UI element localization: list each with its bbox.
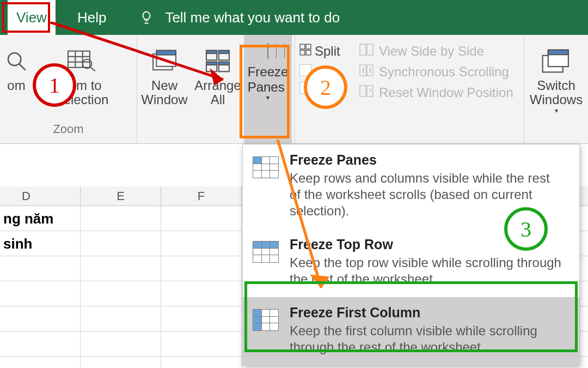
cell[interactable] [161, 281, 242, 306]
svg-rect-20 [300, 44, 305, 49]
sync-scroll-icon [359, 64, 373, 80]
compare-column: View Side by Side Synchronous Scrolling [355, 35, 524, 143]
annotation-circle-2: 2 [304, 65, 347, 109]
reset-position-label: Reset Window Position [379, 85, 513, 100]
cell[interactable] [0, 256, 81, 281]
split-icon [299, 44, 311, 59]
ribbon: om oom to Selection Zoom [0, 35, 588, 144]
arrange-all-label: Arrange All [194, 79, 241, 107]
svg-rect-19 [219, 62, 229, 65]
switch-windows-button[interactable]: Switch Windows ▾ [524, 35, 588, 114]
cell[interactable] [161, 231, 242, 256]
tellme-search[interactable]: Tell me what you want to do [139, 9, 340, 26]
new-window-label: New Window [141, 79, 187, 107]
zoom-icon [5, 44, 27, 79]
lightbulb-icon [139, 10, 154, 25]
svg-rect-17 [219, 51, 229, 53]
cell[interactable] [81, 231, 161, 256]
svg-rect-29 [367, 86, 373, 96]
zoom-group-label: Zoom [0, 122, 137, 141]
new-window-icon [152, 44, 177, 79]
cell[interactable] [161, 331, 242, 356]
dropdown-caret-icon: ▾ [555, 107, 558, 114]
switch-windows-icon [542, 44, 571, 79]
svg-rect-24 [360, 44, 366, 55]
cell[interactable] [161, 357, 242, 368]
annotation-circle-3: 3 [504, 207, 548, 251]
col-header-f[interactable]: F [161, 186, 242, 206]
cell[interactable] [81, 357, 161, 368]
cell[interactable] [81, 331, 161, 356]
cell[interactable] [161, 306, 242, 331]
cell[interactable] [161, 256, 242, 281]
side-by-side-label: View Side by Side [379, 44, 484, 59]
svg-point-0 [8, 53, 21, 65]
switch-windows-label: Switch Windows [530, 79, 583, 107]
tellme-label: Tell me what you want to do [165, 9, 340, 26]
arrange-all-icon [205, 44, 230, 79]
cell[interactable] [0, 231, 81, 256]
cell[interactable] [0, 331, 81, 356]
svg-rect-25 [367, 44, 373, 55]
cell[interactable] [161, 206, 242, 231]
svg-rect-11 [156, 51, 176, 55]
cell[interactable] [81, 281, 161, 306]
svg-rect-32 [548, 50, 568, 55]
svg-rect-22 [300, 50, 305, 55]
zoom-label: om [7, 79, 25, 93]
title-tab-bar: View Help Tell me what you want to do [0, 0, 588, 35]
col-header-d[interactable]: D [0, 186, 81, 206]
annotation-box-3 [244, 281, 578, 352]
cell[interactable] [0, 357, 81, 368]
svg-rect-28 [360, 86, 366, 96]
new-window-button[interactable]: New Window [137, 35, 192, 143]
reset-window-position-button: Reset Window Position [359, 85, 524, 100]
cell[interactable] [81, 306, 161, 331]
col-header-e[interactable]: E [81, 186, 161, 206]
synchronous-scrolling-button: Synchronous Scrolling [359, 64, 524, 80]
zoom-button[interactable]: om [0, 35, 33, 122]
view-side-by-side-button: View Side by Side [359, 44, 524, 59]
annotation-box-1 [2, 2, 50, 33]
cell[interactable] [0, 306, 81, 331]
arrange-all-button[interactable]: Arrange All [192, 35, 244, 143]
freeze-panes-title: Freeze Panes [290, 152, 562, 168]
annotation-circle-1: 1 [33, 63, 76, 107]
sync-scroll-label: Synchronous Scrolling [379, 64, 509, 80]
split-label: Split [315, 44, 340, 59]
svg-rect-21 [306, 44, 311, 49]
svg-rect-16 [206, 51, 217, 53]
cell[interactable] [81, 256, 161, 281]
cell[interactable] [0, 281, 81, 306]
cell[interactable] [81, 206, 161, 231]
freeze-panes-icon [253, 156, 279, 178]
cell[interactable]: ng năm sinh [0, 206, 81, 231]
svg-rect-23 [306, 50, 311, 55]
svg-rect-18 [206, 62, 217, 65]
svg-line-1 [19, 64, 26, 70]
split-button[interactable]: Split [299, 44, 355, 59]
svg-line-8 [91, 68, 95, 71]
tab-help[interactable]: Help [77, 0, 106, 35]
group-switch-windows: Switch Windows ▾ [524, 35, 588, 143]
side-by-side-icon [359, 44, 373, 59]
annotation-box-2 [240, 45, 290, 138]
reset-position-icon [359, 85, 373, 100]
freeze-top-row-icon [253, 241, 279, 263]
